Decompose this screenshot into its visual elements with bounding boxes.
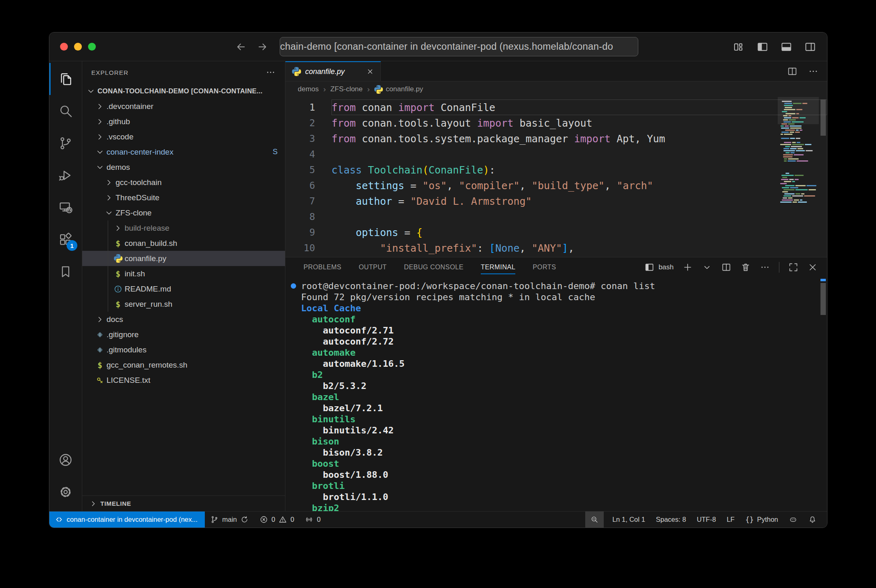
- minimap-seg: [781, 132, 789, 133]
- encoding[interactable]: UTF-8: [691, 512, 721, 528]
- code-token: [: [489, 242, 496, 254]
- tree-item-conanfile-py[interactable]: conanfile.py: [82, 251, 285, 266]
- customize-layout[interactable]: [732, 41, 745, 53]
- timeline-section[interactable]: TIMELINE: [82, 495, 285, 511]
- activity-accounts[interactable]: [49, 444, 82, 476]
- panel-tab-ports[interactable]: PORTS: [533, 257, 556, 277]
- tree-item-docs[interactable]: docs: [82, 312, 285, 327]
- terminal-scrollbar[interactable]: [820, 283, 826, 315]
- minimap-seg: [798, 201, 807, 203]
- shell-icon: $: [113, 269, 123, 279]
- tree-item-vscode[interactable]: .vscode: [82, 129, 285, 144]
- window-controls: [49, 43, 96, 51]
- panel-tab-output[interactable]: OUTPUT: [359, 257, 387, 277]
- close-panel[interactable]: [807, 262, 818, 273]
- activity-remote-explorer[interactable]: [49, 191, 82, 223]
- minimap-seg: [781, 123, 787, 125]
- terminal-line: brotli: [301, 480, 827, 491]
- go-forward-button[interactable]: [257, 41, 268, 53]
- forwarded-ports[interactable]: 0: [299, 512, 326, 528]
- toggle-secondary-sidebar[interactable]: [804, 41, 816, 53]
- minimap-row: [780, 169, 816, 170]
- tree-item-conan-center-index[interactable]: conan-center-indexS: [82, 144, 285, 160]
- activity-settings[interactable]: [49, 476, 82, 508]
- terminal-line: bazel: [301, 391, 827, 403]
- language-mode[interactable]: {}Python: [740, 512, 783, 528]
- code-token: author: [356, 195, 392, 207]
- minimap[interactable]: [780, 99, 816, 206]
- maximize-panel[interactable]: [788, 262, 799, 273]
- terminal-line: bison: [301, 436, 827, 447]
- terminal-launch-profile[interactable]: bash: [644, 262, 674, 273]
- launch-profile-dropdown[interactable]: [702, 262, 712, 273]
- panel-tab-problems[interactable]: PROBLEMS: [304, 257, 341, 277]
- git-branch[interactable]: main: [205, 512, 254, 528]
- toggle-panel[interactable]: [780, 41, 793, 53]
- minimap-row: [780, 164, 816, 166]
- kill-terminal[interactable]: [740, 262, 751, 273]
- tree-item-demos[interactable]: demos: [82, 160, 285, 175]
- panel-tab-debug-console[interactable]: DEBUG CONSOLE: [404, 257, 463, 277]
- tree-item-init-sh[interactable]: $init.sh: [82, 266, 285, 281]
- tree-item-gcc-toolchain[interactable]: gcc-toolchain: [82, 175, 285, 190]
- command-center[interactable]: chain-demo [conan-container in devcontai…: [280, 37, 638, 56]
- tree-item-zfs-clone[interactable]: ZFS-clone: [82, 205, 285, 220]
- tree-item-license-txt[interactable]: LICENSE.txt: [82, 373, 285, 388]
- minimap-seg: [796, 130, 798, 131]
- indent-guide: [108, 251, 108, 266]
- copilot-status[interactable]: [783, 512, 803, 528]
- tree-item-gitmodules[interactable]: .gitmodules: [82, 342, 285, 357]
- problems[interactable]: 00: [254, 512, 299, 528]
- code-token: options: [356, 227, 398, 238]
- tree-item-threedsuite[interactable]: ThreeDSuite: [82, 190, 285, 205]
- activity-run-and-debug[interactable]: [49, 159, 82, 191]
- activity-search[interactable]: [49, 95, 82, 127]
- code-token: "arch": [616, 180, 653, 192]
- tab-conanfile-py[interactable]: conanfile.py: [285, 61, 381, 81]
- minimize-button[interactable]: [74, 43, 82, 51]
- close-button[interactable]: [60, 43, 68, 51]
- go-back-button[interactable]: [235, 41, 247, 53]
- breadcrumb-item-demos[interactable]: demos: [298, 85, 319, 93]
- tree-item-label: conan-center-index: [107, 148, 174, 157]
- code-token: "os": [422, 180, 447, 192]
- close-tab-icon[interactable]: [366, 68, 374, 75]
- tree-item-gcc-conan-remotes-sh[interactable]: $gcc_conan_remotes.sh: [82, 357, 285, 373]
- remote-indicator[interactable]: conan-container in devcontainer-pod (nex…: [49, 512, 205, 528]
- code-editor[interactable]: 1from conan import ConanFile2from conan.…: [285, 97, 827, 257]
- line-content: class Toolchain(ConanFile):: [331, 162, 827, 178]
- views-more-actions[interactable]: [265, 67, 276, 78]
- cursor-position[interactable]: Ln 1, Col 1: [607, 512, 651, 528]
- split-editor[interactable]: [787, 66, 798, 77]
- line-number: 5: [285, 162, 331, 178]
- zoom-indicator[interactable]: [585, 512, 604, 528]
- breadcrumb-item-conanfile-py[interactable]: conanfile.py: [374, 85, 423, 94]
- panel-tab-terminal[interactable]: TERMINAL: [481, 257, 515, 277]
- tree-item-conan-build-sh[interactable]: $conan_build.sh: [82, 236, 285, 251]
- zoom-button[interactable]: [88, 43, 96, 51]
- tree-item-devcontainer[interactable]: .devcontainer: [82, 99, 285, 114]
- activity-explorer[interactable]: [49, 63, 82, 95]
- tree-item-server-run-sh[interactable]: $server_run.sh: [82, 296, 285, 312]
- editor-more-actions[interactable]: [808, 66, 819, 77]
- tree-item-github[interactable]: .github: [82, 114, 285, 129]
- activity-source-control[interactable]: [49, 127, 82, 159]
- tree-item-build-release[interactable]: build-release: [82, 220, 285, 236]
- eol-sequence[interactable]: LF: [721, 512, 740, 528]
- split-terminal[interactable]: [721, 262, 732, 273]
- terminal-more-actions[interactable]: [760, 262, 770, 273]
- activity-extensions[interactable]: 1: [49, 223, 82, 255]
- toggle-primary-sidebar[interactable]: [756, 41, 769, 53]
- tree-item-conan-toolchain-demo-conan-containe[interactable]: CONAN-TOOLCHAIN-DEMO [CONAN-CONTAINE...: [82, 83, 285, 99]
- minimap-row: [780, 132, 816, 133]
- notifications[interactable]: [803, 512, 822, 528]
- new-terminal[interactable]: [682, 262, 693, 273]
- activity-bookmarks[interactable]: [49, 255, 82, 287]
- breadcrumb-item-zfs-clone[interactable]: ZFS-clone: [330, 85, 362, 93]
- minimap-seg: [792, 121, 804, 123]
- tree-item-readme-md[interactable]: README.md: [82, 281, 285, 296]
- terminal[interactable]: root@devcontainer-pod:/workspace/conan-t…: [285, 277, 827, 511]
- editor-scrollbar[interactable]: [820, 100, 826, 136]
- indentation[interactable]: Spaces: 8: [651, 512, 691, 528]
- tree-item-gitignore[interactable]: .gitignore: [82, 327, 285, 342]
